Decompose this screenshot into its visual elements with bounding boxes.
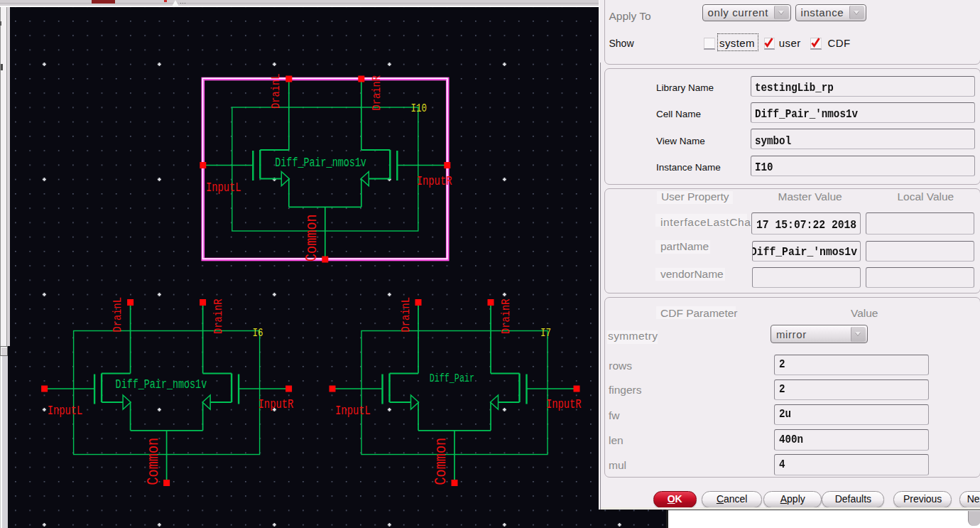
svg-text:I7: I7 (540, 327, 551, 340)
svg-text:Diff_Pair_nmos1v: Diff_Pair_nmos1v (275, 156, 366, 170)
svg-text:I10: I10 (411, 102, 427, 114)
svg-text:I6: I6 (253, 327, 263, 340)
svg-text:Diff_Pair_nmos1v: Diff_Pair_nmos1v (116, 377, 207, 392)
svg-text:Diff_Pair: Diff_Pair (430, 372, 474, 384)
